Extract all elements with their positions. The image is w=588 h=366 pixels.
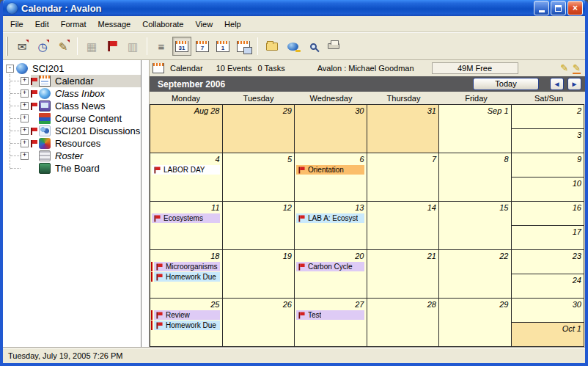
tree-expander-icon[interactable]: + (21, 152, 29, 160)
menu-format[interactable]: Format (55, 18, 92, 31)
day-cell[interactable]: 5 (223, 153, 295, 201)
new-event-button[interactable]: ✉ (12, 37, 32, 56)
tree-expander-icon[interactable]: - (6, 65, 14, 73)
event-pill[interactable]: Carbon Cycle (296, 262, 364, 271)
event-pill[interactable]: LABOR DAY (152, 165, 220, 175)
day-cell[interactable]: 30 (512, 299, 584, 322)
day-cell[interactable]: 7 (367, 153, 440, 201)
forward-button[interactable]: ▦ (82, 37, 101, 56)
event-pill[interactable]: Homework Due (154, 321, 220, 330)
search-button[interactable] (304, 37, 323, 56)
month-view-icon: 31 (175, 41, 188, 52)
day-view-button[interactable]: 1 (213, 37, 232, 56)
day-cell[interactable]: 2 (512, 105, 584, 128)
tree-item-calendar[interactable]: +Calendar (3, 75, 141, 87)
day-cell[interactable]: 24 (512, 274, 584, 298)
day-cell[interactable]: 3 (512, 128, 584, 153)
menu-file[interactable]: File (4, 18, 29, 31)
sidebar-scrollbar[interactable] (142, 60, 150, 347)
month-view-button[interactable]: 31 (172, 37, 191, 56)
week-view-button[interactable]: 7 (193, 37, 212, 56)
menu-collaborate[interactable]: Collaborate (136, 18, 189, 31)
day-cell[interactable]: 6Orientation (295, 153, 367, 201)
day-cell[interactable]: 8 (439, 153, 512, 201)
prev-month-button[interactable]: ◄ (550, 78, 564, 90)
event-pill[interactable]: Test (296, 310, 364, 320)
menu-edit[interactable]: Edit (29, 18, 55, 31)
event-pill[interactable]: Homework Due (154, 272, 220, 282)
list-view-button[interactable]: ≡ (152, 37, 171, 56)
menu-view[interactable]: View (189, 18, 218, 31)
tree-item-sci201[interactable]: -SCI201 (3, 62, 141, 75)
day-cell[interactable]: 27Test (295, 299, 367, 346)
tree-expander-icon[interactable]: + (21, 89, 29, 98)
edit-pencil-icon[interactable]: ✎ (560, 63, 568, 74)
tree-item-class-news[interactable]: +Class News (3, 100, 141, 112)
tree-expander-icon[interactable]: + (21, 127, 29, 135)
day-cell[interactable]: 14 (367, 202, 440, 249)
day-cell[interactable]: 30 (295, 105, 367, 153)
new-task-button[interactable]: ◷ (33, 37, 52, 56)
tree-item-course-content[interactable]: +Course Content (3, 112, 141, 125)
next-month-button[interactable]: ► (567, 78, 581, 90)
close-button[interactable]: × (567, 1, 583, 15)
folder-up-button[interactable] (262, 37, 282, 56)
class-inbox-icon (39, 88, 51, 99)
day-cell[interactable]: Aug 28 (150, 105, 223, 153)
event-pill[interactable]: Ecosystems (152, 213, 220, 223)
permissions-button[interactable] (283, 37, 302, 56)
event-pill[interactable]: Review (154, 310, 220, 320)
delete-button[interactable]: ▥ (123, 37, 142, 56)
day-cell[interactable]: 20Carbon Cycle (295, 250, 367, 298)
day-cell[interactable]: 12 (223, 202, 295, 249)
day-cell[interactable]: 4LABOR DAY (150, 153, 223, 201)
day-cell[interactable]: Sep 1 (439, 105, 512, 153)
day-cell[interactable]: 29 (439, 299, 512, 346)
day-cell[interactable]: 13LAB A: Ecosyst (295, 202, 367, 249)
title-bar[interactable]: Calendar : Avalon × (3, 0, 585, 16)
day-cell[interactable]: 31 (367, 105, 440, 153)
signature-pencil-icon[interactable]: ✎ (573, 63, 581, 74)
tree-expander-icon[interactable]: + (21, 102, 29, 110)
tree-item-class-inbox[interactable]: +Class Inbox (3, 87, 141, 100)
flag-button[interactable] (103, 37, 122, 56)
day-cell[interactable]: 19 (223, 250, 295, 298)
menu-help[interactable]: Help (218, 18, 247, 31)
day-cell[interactable]: 16 (512, 202, 584, 225)
menu-message[interactable]: Message (92, 18, 137, 31)
date-label: 13 (295, 202, 367, 213)
day-cell[interactable]: 26 (223, 299, 295, 346)
tree-item-resources[interactable]: +Resources (3, 137, 141, 150)
multi-view-button[interactable] (234, 37, 253, 56)
day-cell[interactable]: 29 (223, 105, 295, 153)
day-cell[interactable]: 10 (512, 177, 584, 201)
new-note-button[interactable]: ✎ (54, 37, 73, 56)
day-cell[interactable]: 22 (439, 250, 512, 298)
toolbar-grip[interactable] (6, 37, 8, 56)
maximize-button[interactable] (551, 1, 566, 15)
event-flag-icon (298, 166, 304, 173)
day-cell[interactable]: Oct 1 (512, 322, 584, 346)
tree-item-sci201-discussions[interactable]: +SCI201 Discussions (3, 125, 141, 137)
day-cell[interactable]: 21 (367, 250, 440, 298)
day-cell[interactable]: 15 (439, 202, 512, 249)
day-cell[interactable]: 23 (512, 250, 584, 274)
tree-item-roster[interactable]: +Roster (3, 150, 141, 162)
print-button[interactable] (324, 37, 343, 56)
date-label: 28 (367, 299, 439, 310)
tree-expander-icon[interactable]: + (21, 114, 29, 122)
day-cell[interactable]: 9 (512, 153, 584, 177)
day-cell[interactable]: 25ReviewHomework Due (150, 299, 223, 346)
day-cell[interactable]: 18MicroorganismsHomework Due (150, 250, 223, 298)
tree-expander-icon[interactable]: + (21, 139, 29, 147)
tree-expander-icon[interactable]: + (21, 77, 29, 85)
tree-item-the-board[interactable]: The Board (3, 162, 141, 175)
minimize-button[interactable] (534, 1, 549, 15)
event-pill[interactable]: LAB A: Ecosyst (296, 213, 364, 223)
day-cell[interactable]: 11Ecosystems (150, 202, 223, 249)
day-cell[interactable]: 28 (367, 299, 440, 346)
event-pill[interactable]: Microorganisms (154, 262, 220, 271)
event-pill[interactable]: Orientation (296, 165, 364, 175)
day-cell[interactable]: 17 (512, 225, 584, 249)
today-button[interactable]: Today (473, 78, 539, 90)
